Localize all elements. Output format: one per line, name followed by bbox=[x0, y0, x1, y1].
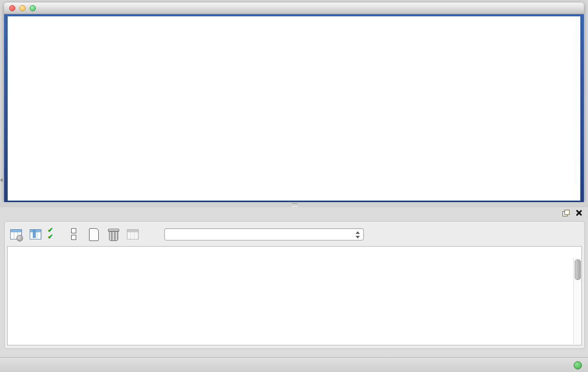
create-column-icon[interactable] bbox=[86, 227, 101, 242]
unselect-columns-icon[interactable] bbox=[67, 227, 81, 242]
close-window-icon[interactable] bbox=[9, 5, 15, 11]
node-table bbox=[7, 246, 582, 345]
zoom-window-icon[interactable] bbox=[30, 5, 36, 11]
window-titlebar[interactable] bbox=[4, 3, 584, 14]
attribute-browser: ✔✔ bbox=[4, 221, 585, 349]
network-frame bbox=[4, 14, 584, 202]
table-toolbar: ✔✔ bbox=[9, 226, 364, 243]
application-root: { "window": { "title": "citations_edges.… bbox=[0, 0, 588, 372]
float-panel-icon[interactable] bbox=[562, 210, 570, 216]
collapse-panel-arrow-icon[interactable] bbox=[0, 178, 3, 182]
network-canvas[interactable] bbox=[8, 16, 580, 201]
table-panel-header bbox=[0, 207, 588, 220]
divider-handle-icon[interactable] bbox=[292, 203, 298, 207]
table-scrollbar[interactable] bbox=[573, 258, 581, 344]
select-columns-icon[interactable]: ✔✔ bbox=[48, 227, 62, 242]
scrollbar-thumb[interactable] bbox=[575, 259, 581, 280]
import-table-icon bbox=[125, 227, 140, 242]
minimize-window-icon[interactable] bbox=[19, 5, 26, 11]
table-panel: ✔✔ bbox=[0, 207, 588, 357]
select-stepper-icon bbox=[355, 231, 360, 239]
panel-divider[interactable] bbox=[0, 202, 588, 207]
status-bar bbox=[0, 357, 588, 372]
function-builder-icon[interactable] bbox=[145, 227, 159, 242]
delete-column-icon[interactable] bbox=[106, 227, 120, 242]
close-panel-icon[interactable] bbox=[575, 209, 582, 216]
network-table-select[interactable] bbox=[164, 228, 364, 240]
network-window bbox=[4, 3, 584, 202]
show-columns-icon[interactable] bbox=[28, 227, 42, 242]
table-settings-icon[interactable] bbox=[9, 227, 23, 242]
network-graph bbox=[8, 16, 580, 201]
memory-ok-icon bbox=[574, 361, 582, 369]
